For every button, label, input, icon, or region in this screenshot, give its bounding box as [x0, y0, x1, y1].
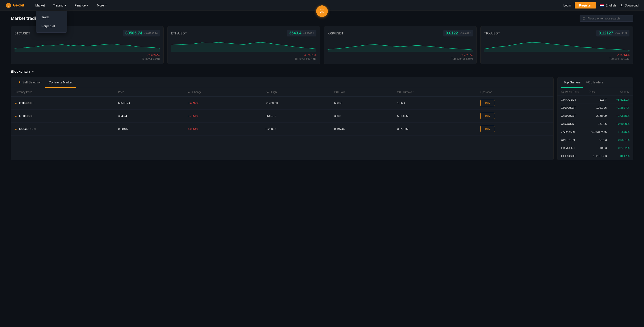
chart-trx — [484, 38, 630, 52]
price-card-xrp[interactable]: XRP/USDT 0.6122 ≈$ 0.6122 -2.7018% Turno… — [324, 26, 477, 64]
blockchain-label: Blockchain — [11, 70, 30, 74]
star-toggle[interactable]: ★ — [14, 101, 18, 105]
col-pair: Currency Pairs — [11, 88, 114, 96]
price-value-xrp: 0.6122 ≈$ 0.6122 — [444, 30, 473, 36]
chat-button[interactable] — [316, 5, 328, 17]
chat-icon — [319, 8, 325, 14]
col-price: Price — [114, 88, 183, 96]
svg-point-4 — [322, 11, 323, 12]
gcol-pair: Currency Pairs — [558, 88, 585, 96]
flag-icon — [600, 4, 604, 7]
price-value-eth: 3543.4 ≈$ 3543.4 — [287, 30, 316, 36]
change-btc: -2.4892% — [147, 54, 160, 57]
buy-button[interactable]: Buy — [480, 126, 495, 132]
price-cards: BTC/USDT 69505.74 ≈$ 69505.74 -2.4892% T… — [11, 26, 633, 64]
change-xrp: -2.7018% — [460, 54, 473, 57]
col-change: 24H Change — [183, 88, 262, 96]
download-label: Download — [625, 4, 639, 7]
market-table-container: ★ Self Selection Contracts Market Curren… — [11, 77, 554, 160]
search-box[interactable] — [580, 15, 633, 22]
star-icon: ★ — [18, 80, 21, 84]
col-low: 24H Low — [330, 88, 394, 96]
chevron-down-icon: ▼ — [64, 4, 67, 6]
turnover-btc: Turnover 1.06B — [142, 57, 160, 60]
search-input[interactable] — [588, 17, 630, 20]
svg-text:G: G — [8, 4, 10, 7]
buy-button[interactable]: Buy — [480, 113, 495, 119]
language-selector[interactable]: English — [600, 4, 616, 7]
price-value-btc: 69505.74 ≈$ 69505.74 — [123, 30, 160, 36]
logo[interactable]: G Gexbit — [5, 2, 24, 8]
blockchain-chevron[interactable]: ▼ — [32, 70, 34, 73]
tab-top-gainers[interactable]: Top Gainers — [561, 78, 583, 88]
gainers-panel: Top Gainers VOL leaders Currency Pairs P… — [557, 77, 633, 160]
table-tabs: ★ Self Selection Contracts Market — [11, 78, 554, 88]
logo-icon: G — [5, 2, 12, 8]
star-toggle[interactable]: ★ — [14, 114, 18, 118]
table-row: ★ ETH/USDT 3543.4 -2.7951% 3645.95 3500 … — [11, 110, 554, 122]
dropdown-perpetual[interactable]: Perpetual — [36, 22, 67, 31]
login-button[interactable]: Login — [564, 4, 571, 7]
list-item[interactable]: ZAR/USDT 0.05317456 +0.575% — [558, 128, 633, 136]
col-high: 24H High — [262, 88, 330, 96]
nav-finance[interactable]: Finance ▼ — [70, 0, 93, 11]
logo-text: Gexbit — [13, 3, 24, 8]
dropdown-trade[interactable]: Trade — [36, 13, 67, 22]
col-turnover: 24H Turnover — [394, 88, 477, 96]
price-card-eth[interactable]: ETH/USDT 3543.4 ≈$ 3543.4 -2.7951% Turno… — [167, 26, 320, 64]
list-item[interactable]: XPD/USDT 1031.26 +1.2837% — [558, 104, 633, 112]
list-item[interactable]: XAU/USDT 2258.09 +1.0675% — [558, 112, 633, 120]
pair-label-btc: BTC/USDT — [14, 32, 30, 35]
list-item[interactable]: LTC/USDT 105.3 +0.2762% — [558, 144, 633, 152]
tab-vol-leaders[interactable]: VOL leaders — [583, 78, 606, 88]
chevron-down-icon: ▼ — [86, 4, 89, 6]
table-row: ★ BTC/USDT 69505.74 -2.4892% 71288.23 68… — [11, 96, 554, 110]
list-item[interactable]: XAG/USDT 25.126 +0.6909% — [558, 120, 633, 128]
search-icon — [582, 17, 586, 20]
nav-trading[interactable]: Trading ▼ — [49, 0, 71, 11]
list-item[interactable]: XPT/USDT 916.3 +0.5531% — [558, 136, 633, 144]
register-button[interactable]: Register — [575, 2, 596, 8]
turnover-xrp: Turnover 153.60M — [451, 57, 473, 60]
download-button[interactable]: Download — [620, 3, 639, 8]
svg-point-3 — [322, 11, 322, 12]
chart-eth — [171, 38, 316, 52]
table-row: ★ DOGE/USDT 0.20437 -7.0864% 0.22003 0.1… — [11, 122, 554, 136]
list-item[interactable]: CHF/USDT 1.1101503 +0.17% — [558, 152, 633, 160]
pair-label-trx: TRX/USDT — [484, 32, 500, 35]
svg-point-6 — [583, 17, 585, 19]
gainers-table: Currency Pairs Price Change XMR/USDT 118… — [558, 88, 633, 160]
gcol-price: Price — [585, 88, 610, 96]
tab-self-selection[interactable]: ★ Self Selection — [14, 78, 45, 88]
col-operation: Operation — [477, 88, 554, 96]
chart-xrp — [328, 38, 473, 52]
download-icon — [620, 3, 624, 8]
language-label: English — [606, 4, 616, 7]
nav-market[interactable]: Market — [31, 0, 49, 11]
price-value-trx: 0.12127 ≈$ 0.12127 — [596, 30, 630, 36]
chevron-down-icon: ▼ — [105, 4, 107, 6]
change-trx: -1.3744% — [617, 54, 630, 57]
main-content: Market trading BTC/USDT 69505.74 ≈$ 6950… — [0, 11, 644, 165]
list-item[interactable]: XMR/USDT 118.7 +5.5111% — [558, 96, 633, 104]
chart-btc — [14, 38, 160, 52]
turnover-eth: Turnover 561.46M — [294, 57, 316, 60]
turnover-trx: Turnover 20.19M — [609, 57, 630, 60]
price-card-trx[interactable]: TRX/USDT 0.12127 ≈$ 0.12127 -1.3744% Tur… — [480, 26, 633, 64]
nav-more[interactable]: More ▼ — [93, 0, 111, 11]
price-card-btc[interactable]: BTC/USDT 69505.74 ≈$ 69505.74 -2.4892% T… — [11, 26, 164, 64]
buy-button[interactable]: Buy — [480, 100, 495, 106]
table-section: ★ Self Selection Contracts Market Curren… — [11, 77, 633, 160]
change-eth: -2.7951% — [304, 54, 316, 57]
star-toggle[interactable]: ★ — [14, 127, 18, 131]
section-header: Blockchain ▼ — [11, 70, 633, 74]
trading-dropdown: Trade Perpetual — [36, 11, 67, 33]
gcol-change: Change — [610, 88, 633, 96]
nav-right: Login Register English Download — [564, 2, 639, 8]
svg-point-2 — [321, 11, 322, 12]
nav-links: Market Trading ▼ Finance ▼ More ▼ — [31, 0, 564, 11]
market-table: Currency Pairs Price 24H Change 24H High… — [11, 88, 554, 136]
tab-contracts-market[interactable]: Contracts Market — [45, 78, 76, 88]
gainers-tabs: Top Gainers VOL leaders — [558, 78, 633, 88]
pair-label-xrp: XRP/USDT — [328, 32, 344, 35]
